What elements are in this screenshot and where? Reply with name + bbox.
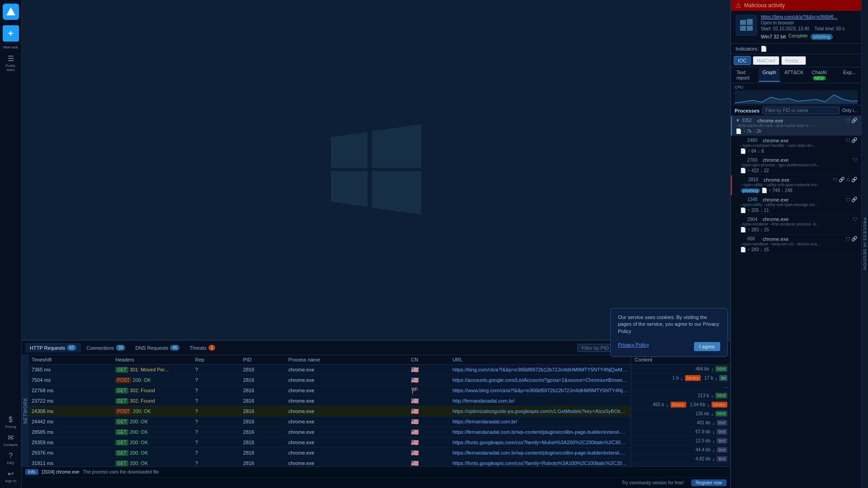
process-cmd: --type=utility --utility-sub-type=networ… <box>741 183 822 187</box>
cell-process: chrome.exe <box>286 375 408 385</box>
cell-url: https://optimizationguide-pa.googleapis.… <box>450 406 631 417</box>
content-size: 135 kb <box>696 411 709 416</box>
sidebar-item-pricing[interactable]: $ Pricing <box>3 414 19 430</box>
process-pid: 1348 <box>747 197 761 202</box>
task-url-link[interactable]: https://bing.com/ck/a?!&&p=e366bf6... <box>761 14 847 19</box>
upload-stat: 205 <box>751 208 759 213</box>
processes-filter-input[interactable] <box>762 107 840 114</box>
tab-connections[interactable]: Connections 36 <box>82 343 130 352</box>
ioc-tab-malconf[interactable]: MalConf <box>753 56 779 65</box>
tab-attck[interactable]: ATT&CK <box>781 68 807 82</box>
privacy-policy-link[interactable]: Privacy Policy <box>618 342 649 347</box>
new-badge: NEW <box>813 76 826 80</box>
ioc-tab-resta[interactable]: Resta... <box>781 56 807 65</box>
tab-chatai[interactable]: ChatAI NEW <box>808 68 839 82</box>
cell-rep: ? <box>193 385 241 396</box>
cell-pid: 2816 <box>241 385 286 396</box>
file-icon: 📄 <box>740 247 746 253</box>
table-row[interactable]: 22768 ms GET 302: Found ? 2816 chrome.ex… <box>29 385 631 396</box>
content-type-badge: html <box>715 366 727 372</box>
new-task-button[interactable]: + <box>3 25 19 42</box>
list-item[interactable]: 1348 chrome.exe 🛡🔗 --type=utility --util… <box>731 195 861 215</box>
cell-pid: 2816 <box>241 396 286 406</box>
download-stat: 11 <box>764 208 769 213</box>
cell-process: chrome.exe <box>286 448 408 458</box>
cell-pid: 2816 <box>241 417 286 427</box>
table-row[interactable]: 29359 ms GET 200: OK ? 2816 chrome.exe 🇺… <box>29 437 631 448</box>
network-table-container[interactable]: Timeshift Headers Rep PID Process name C… <box>29 355 631 466</box>
sidebar-item-signin[interactable]: ↩ Sign In <box>3 468 19 484</box>
list-item[interactable]: 2816 chrome.exe 🛡🔗⚠🔗 --type=utility --ut… <box>731 175 861 195</box>
tab-graph[interactable]: Graph <box>759 68 780 82</box>
cell-pid: 2816 <box>241 448 286 458</box>
cookie-agree-button[interactable]: I agree <box>694 342 720 351</box>
upload-stat: 7k <box>747 129 752 134</box>
table-row[interactable]: 24308 ms POST 200: OK ? 2816 chrome.exe … <box>29 406 631 417</box>
sidebar-item-faq[interactable]: ? FAQ <box>3 450 19 466</box>
task-open-label[interactable]: Open in browser <box>761 20 857 25</box>
table-row[interactable]: 7365 ms GET 301: Moved Per... ? 2816 chr… <box>29 365 631 375</box>
method-badge: GET <box>115 388 128 394</box>
list-item[interactable]: 2760 chrome.exe 🛡 --type=gpu-process --g… <box>731 156 861 175</box>
download-stat: 15 <box>764 247 769 252</box>
download-icon: ↓ <box>753 129 755 134</box>
svg-marker-5 <box>735 95 858 104</box>
col-process-name: Process name <box>286 355 408 365</box>
table-row[interactable]: 29376 ms GET 200: OK ? 2816 chrome.exe 🇺… <box>29 448 631 458</box>
shield-icon: 🛡 <box>845 138 850 143</box>
sidebar-item-public-tasks[interactable]: ☰ Public tasks <box>3 55 19 71</box>
content-row: 12.5 kb ↓ text <box>631 436 730 446</box>
table-row[interactable]: 28585 ms GET 200: OK ? 2816 chrome.exe 🇺… <box>29 427 631 437</box>
list-item[interactable]: 668 chrome.exe 🛡🔗 --type=renderer --lang… <box>731 235 861 254</box>
content-row: 135 kb ↓ html <box>631 409 730 418</box>
only-filter-toggle[interactable]: Only i... <box>842 108 858 113</box>
cell-rep: ? <box>193 375 241 385</box>
process-icons: 🛡🔗 <box>845 197 858 202</box>
sidebar-item-contacts[interactable]: ✉ Contacts <box>3 432 19 448</box>
col-pid: PID <box>241 355 286 365</box>
process-icons: 🛡🔗 <box>845 137 858 143</box>
ioc-tab-ioc[interactable]: IOC <box>734 56 751 65</box>
content-row: 4.82 kb ↓ text <box>631 455 730 464</box>
arrow-icon: ↓ <box>711 393 714 399</box>
cell-rep: ? <box>193 406 241 417</box>
http-requests-label: HTTP Requests <box>30 345 65 351</box>
table-row[interactable]: 23722 ms GET 302: Found ? 2816 chrome.ex… <box>29 396 631 406</box>
content-type-badge: text <box>717 429 727 435</box>
table-row[interactable]: 7504 ms POST 200: OK ? 2816 chrome.exe 🇺… <box>29 375 631 385</box>
table-row[interactable]: 31811 ms GET 200: OK ? 2816 chrome.exe 🇺… <box>29 458 631 467</box>
table-row[interactable]: 24442 ms GET 200: OK ? 2816 chrome.exe 🇺… <box>29 417 631 427</box>
threats-count: 1 <box>208 345 216 351</box>
arrow-icon: ↓ <box>680 375 683 381</box>
total-time-label: Total time: 50 s <box>814 26 844 31</box>
threats-label: Threats <box>189 345 206 351</box>
tab-text-report[interactable]: Text report <box>733 68 758 82</box>
list-item[interactable]: 2904 chrome.exe 🛡 --type=renderer --firs… <box>731 215 861 235</box>
expand-icon[interactable]: ▼ <box>736 118 740 123</box>
list-item[interactable]: 2460 chrome.exe 🛡🔗 --type=crashpad-handl… <box>731 136 861 156</box>
cell-pid: 2816 <box>241 365 286 375</box>
cell-pid: 2816 <box>241 458 286 467</box>
tab-http-requests[interactable]: HTTP Requests 65 <box>25 343 81 352</box>
community-link[interactable]: Try community version for free! <box>622 480 684 485</box>
content-type-badge: binary <box>670 402 686 408</box>
content-size: 213 b <box>698 393 709 398</box>
content-type-badge: binary <box>685 375 701 381</box>
download-icon: ↓ <box>781 188 783 193</box>
tab-threats[interactable]: Threats 1 <box>185 343 220 352</box>
status-bar: Info [3104] chrome.exe The process uses … <box>22 466 730 477</box>
process-name: chrome.exe <box>763 236 844 242</box>
tab-exp[interactable]: Exp... <box>840 68 859 82</box>
file-icon: 📄 <box>740 148 746 154</box>
register-button[interactable]: Register now <box>691 479 726 486</box>
upload-icon: ↑ <box>743 129 745 134</box>
link-icon: 🔗 <box>851 236 858 242</box>
app-logo[interactable] <box>3 4 19 20</box>
list-item[interactable]: ▼ 3352 chrome.exe 🛡🔗 --disk-cache-dir=nu… <box>731 116 861 136</box>
cell-timeshift: 29376 ms <box>29 448 113 458</box>
faq-label: FAQ <box>7 461 14 465</box>
process-stats: 📄 ↑ 283 ↓ 15 <box>740 227 858 233</box>
tab-dns-requests[interactable]: DNS Requests 46 <box>131 343 184 352</box>
cell-process: chrome.exe <box>286 458 408 467</box>
process-stats: 📄 ↑ 84 ↓ 8 <box>740 148 858 154</box>
